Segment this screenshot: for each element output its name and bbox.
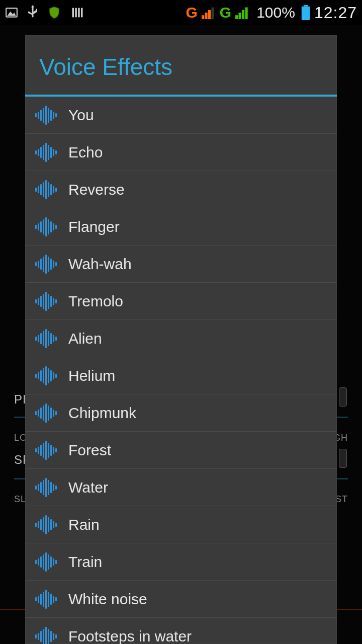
effect-label: You: [68, 107, 94, 124]
effect-label: Water: [68, 479, 108, 496]
effect-label: Train: [68, 553, 102, 571]
effect-row[interactable]: Wah-wah: [25, 246, 337, 283]
waveform-icon: [33, 552, 58, 572]
speed-slow-label: SL: [14, 494, 26, 505]
waveform-icon: [33, 292, 58, 311]
shield-icon: [47, 6, 61, 20]
svg-rect-6: [202, 15, 204, 19]
svg-rect-9: [211, 8, 214, 19]
waveform-icon: [33, 143, 58, 162]
gallery-icon: [5, 6, 18, 19]
effect-row[interactable]: Echo: [25, 134, 337, 171]
svg-rect-8: [208, 10, 211, 19]
effect-row[interactable]: Rain: [25, 506, 337, 543]
effect-label: Wah-wah: [68, 256, 132, 273]
svg-rect-11: [239, 13, 241, 19]
effect-label: Echo: [68, 144, 103, 161]
battery-percent: 100%: [256, 4, 295, 21]
speed-knob[interactable]: [339, 449, 347, 468]
status-clock: 12:27: [314, 4, 357, 22]
waveform-icon: [33, 366, 58, 385]
effect-label: Helium: [68, 367, 115, 384]
dialog-title: Voice Effects: [39, 53, 323, 80]
effect-label: Chipmunk: [68, 405, 136, 422]
waveform-icon: [33, 106, 58, 125]
pitch-label: PI: [14, 392, 27, 407]
network-g2-label: G: [220, 4, 231, 21]
svg-marker-1: [7, 12, 16, 16]
effect-label: Tremolo: [68, 293, 123, 310]
svg-rect-5: [81, 8, 83, 18]
svg-rect-14: [304, 5, 308, 7]
effect-row[interactable]: You: [25, 97, 337, 134]
waveform-icon: [33, 441, 58, 460]
svg-rect-13: [245, 8, 248, 19]
svg-rect-2: [72, 8, 74, 18]
status-bar: G G 100% 12:27: [0, 0, 362, 25]
waveform-icon: [33, 404, 58, 423]
effect-row[interactable]: Flanger: [25, 208, 337, 246]
svg-rect-7: [205, 13, 207, 19]
effect-row[interactable]: Forest: [25, 432, 337, 469]
waveform-icon: [33, 478, 58, 497]
effect-row[interactable]: Alien: [25, 320, 337, 357]
signal-1-icon: [202, 6, 215, 19]
effect-row[interactable]: Chipmunk: [25, 394, 337, 432]
effects-list[interactable]: YouEchoReverseFlangerWah-wahTremoloAlien…: [25, 97, 337, 644]
effect-label: Rain: [68, 516, 100, 533]
effect-label: Reverse: [68, 181, 125, 198]
waveform-icon: [33, 590, 58, 609]
effect-row[interactable]: Water: [25, 469, 337, 506]
pitch-knob[interactable]: [339, 387, 347, 407]
usb-icon: [27, 5, 38, 20]
waveform-icon: [33, 515, 58, 534]
svg-rect-4: [78, 8, 80, 18]
barcode-icon: [70, 6, 84, 20]
effect-label: Alien: [68, 330, 102, 347]
effect-row[interactable]: Helium: [25, 357, 337, 394]
effect-row[interactable]: Tremolo: [25, 283, 337, 320]
effect-row[interactable]: Footsteps in water: [25, 618, 337, 644]
effect-label: Forest: [68, 442, 111, 459]
svg-rect-10: [235, 15, 238, 19]
svg-rect-15: [302, 7, 310, 20]
effect-label: White noise: [68, 591, 147, 608]
waveform-icon: [33, 180, 58, 199]
waveform-icon: [33, 255, 58, 274]
dialog-header: Voice Effects: [25, 35, 337, 97]
battery-icon: [301, 5, 310, 20]
signal-2-icon: [235, 6, 248, 19]
effect-row[interactable]: White noise: [25, 581, 337, 618]
svg-rect-3: [75, 8, 77, 18]
voice-effects-dialog: Voice Effects YouEchoReverseFlangerWah-w…: [25, 35, 337, 644]
effect-row[interactable]: Reverse: [25, 171, 337, 208]
network-g1-label: G: [186, 4, 198, 21]
waveform-icon: [33, 329, 58, 348]
waveform-icon: [33, 217, 58, 236]
svg-rect-12: [242, 10, 244, 19]
speed-fast-label: ST: [335, 494, 348, 505]
effect-row[interactable]: Train: [25, 543, 337, 581]
effect-label: Flanger: [68, 218, 120, 235]
waveform-icon: [33, 627, 58, 644]
effect-label: Footsteps in water: [68, 628, 192, 644]
